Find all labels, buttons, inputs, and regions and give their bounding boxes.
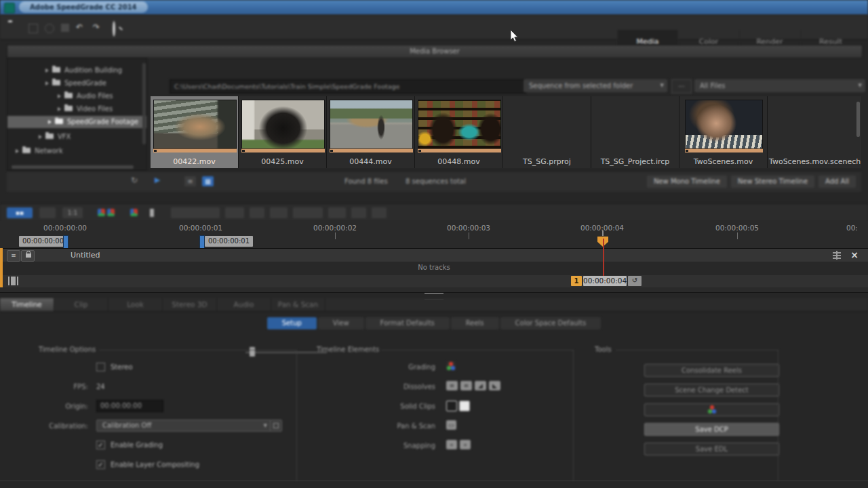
stereo-checkbox[interactable] [96,363,105,371]
tab-pan-scan[interactable]: Pan & Scan [271,298,326,311]
playhead-timecode-badge[interactable]: 00:00:00:04 [583,276,627,286]
file-item-00422[interactable]: 00422.mov [151,96,239,168]
tab-look[interactable]: Look [108,298,163,311]
solid-clip-white-swatch[interactable] [459,401,470,411]
close-icon[interactable]: × [850,249,859,260]
save-edl-button[interactable]: Save EDL [644,443,779,455]
loop-icon[interactable]: ↺ [628,276,642,286]
subtab-setup[interactable]: Setup [267,317,317,329]
clip-duration-bar [153,148,237,152]
tree-item[interactable]: Audition Building [7,64,146,77]
timeline-title: Untitled [71,251,100,260]
file-item-prproj[interactable]: TS_SG.prproj [503,96,591,168]
tree-scrollbar-horizontal[interactable] [12,165,134,169]
timeline-tool-button-2[interactable] [171,207,220,218]
scene-change-detect-button[interactable]: Scene Change Detect [644,384,779,396]
enable-grading-checkbox[interactable]: ✓ [96,441,105,449]
consolidate-reels-button[interactable]: Consolidate Reels [644,364,779,377]
subtab-format-defaults[interactable]: Format Defaults [366,317,450,329]
rgb-dots-icon [707,405,717,414]
timeline-tool-button-5[interactable] [270,207,288,218]
lock-icon[interactable] [21,250,35,262]
pan-scan-button[interactable]: ▭ [446,420,456,430]
file-item-ircp[interactable]: TS_SG_Project.ircp [591,96,679,168]
redo-icon[interactable]: ↷ [93,22,104,32]
new-mono-timeline-button[interactable]: New Mono Timeline [647,176,727,188]
timeline-tool-button-3[interactable] [225,207,244,218]
sequence-dropdown[interactable]: Sequence from selected folder▼ [524,79,667,92]
ruler-tick-label: 00:00:00:01 [177,224,224,232]
zoom-ratio-button[interactable]: 1:1 [62,207,83,218]
subtab-color-space-defaults[interactable]: Color Space Defaults [500,317,601,329]
file-grid-scrollbar[interactable] [856,102,860,137]
film-icon[interactable] [8,277,18,285]
timeline-tool-button-4[interactable] [250,207,264,218]
file-item-00425[interactable]: 00425.mov [239,96,327,168]
range-field[interactable]: --- [671,79,692,94]
list-view-button[interactable]: ≡ [184,176,196,186]
snap-left-button[interactable]: « [446,440,457,449]
open-folder-icon[interactable] [8,22,19,32]
subtab-view[interactable]: View [318,317,364,329]
dissolve-type-button-1[interactable]: ≡ [446,381,458,390]
new-stereo-timeline-button[interactable]: New Stereo Timeline [731,176,814,188]
tab-audio[interactable]: Audio [217,298,271,311]
origin-input[interactable]: 00:00:00:00 [96,400,163,412]
out-point-badge[interactable]: 00:00:00:01 [205,236,253,247]
tree-item-selected[interactable]: SpeedGrade Footage [7,116,146,128]
tree-item[interactable]: Audio Files [7,90,146,102]
enable-layer-compositing-checkbox[interactable]: ✓ [96,460,105,469]
file-item-00448[interactable]: 00448.mov [415,96,503,168]
solid-clip-black-swatch[interactable] [446,401,457,411]
tab-clip[interactable]: Clip [54,298,108,311]
refresh-icon[interactable]: ↻ [131,176,138,185]
tab-timeline[interactable]: Timeline [0,298,54,311]
path-input[interactable]: C:\Users\Chad\Documents\Tutorials\Train … [170,79,526,94]
timeline-mode-button[interactable]: ▪▪ [7,207,33,218]
track-options-icon[interactable]: ≡ [7,250,20,262]
grid-view-button[interactable]: ▦ [202,176,214,186]
dissolve-type-button-3[interactable]: ◢ [475,381,486,390]
tree-item[interactable]: VFX [7,131,146,143]
pointer-icon[interactable]: ▶ [155,176,160,184]
save-dcp-button[interactable]: Save DCP [644,423,779,436]
in-point-badge[interactable]: 00:00:00:00 [19,236,67,247]
channels-ab-button[interactable] [91,207,121,218]
dissolve-type-button-4[interactable]: ◣ [489,381,500,390]
file-item-scenechanges[interactable]: TwoScenes.mov.scenech [768,96,861,168]
search-icon[interactable] [113,22,123,32]
undo-icon[interactable]: ↶ [76,22,87,32]
file-item-twoscenes[interactable]: TwoScenes.mov [679,96,768,168]
tree-item[interactable]: SpeedGrade [7,77,146,89]
out-point-flag[interactable] [199,235,205,249]
tool-icon-3[interactable] [61,24,69,32]
tree-item[interactable]: Network [7,145,146,157]
filter-dropdown[interactable]: All Files▼ [694,79,865,92]
file-item-00444[interactable]: 00444.mov [327,96,415,168]
tree-scrollbar-vertical[interactable] [142,63,146,144]
timeline-tool-button-8[interactable] [351,207,366,218]
timeline-tool-button-1[interactable] [39,207,56,218]
track-layout-icon[interactable] [833,251,841,260]
tool-icon-1[interactable] [28,24,38,33]
grading-color-icon[interactable] [446,361,456,371]
tool-icon-2[interactable] [45,24,54,33]
dissolve-type-button-2[interactable]: ≡ [460,381,472,390]
origin-label: Origin: [27,403,88,410]
film-strip-button[interactable] [145,207,159,218]
snap-right-button[interactable]: » [460,440,471,449]
tab-stereo-3d[interactable]: Stereo 3D [163,298,217,311]
tree-item[interactable]: Video Files [7,103,146,115]
color-tool-button[interactable] [644,403,779,416]
add-all-button[interactable]: Add All [818,176,856,188]
subtab-reels[interactable]: Reels [451,317,499,329]
in-point-flag[interactable] [63,235,68,249]
timeline-tool-button-7[interactable] [328,207,346,218]
calibration-settings-button[interactable] [270,420,282,432]
playhead-track-badge[interactable]: 1 [571,276,582,286]
channels-button[interactable] [126,207,141,218]
timeline-tool-button-6[interactable] [293,207,323,218]
calibration-dropdown[interactable]: Calibration Off ▼ [96,420,271,432]
timeline-ruler[interactable]: 00:00:00:00 00:00:00:01 00:00:00:02 00:0… [0,221,868,248]
timeline-tool-button-9[interactable] [372,207,387,218]
